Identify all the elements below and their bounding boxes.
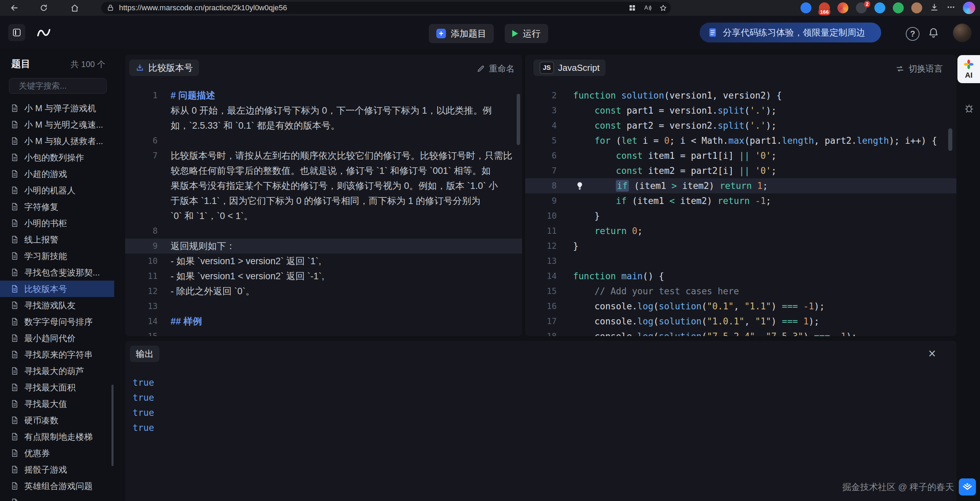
line-number <box>125 103 158 118</box>
sidebar-item[interactable]: 寻找最大面积 <box>0 379 114 396</box>
sidebar-item-label: 寻找最大面积 <box>24 382 76 393</box>
document-icon <box>10 219 19 228</box>
refresh-icon <box>39 3 48 12</box>
line-number: 8 <box>525 178 557 193</box>
sidebar-item[interactable]: 最小趋同代价 <box>0 330 114 346</box>
sidebar-item[interactable]: 寻找原来的字符串 <box>0 346 114 363</box>
notifications-button[interactable] <box>928 27 939 40</box>
search-box[interactable] <box>9 78 107 94</box>
document-icon <box>10 268 19 277</box>
sidebar-item[interactable]: 小 M 与狼人拯救者... <box>0 133 114 149</box>
code-line: 13 <box>525 254 956 269</box>
sidebar-toggle-button[interactable] <box>8 24 25 41</box>
code-line: 2function solution(version1, version2) { <box>525 88 956 103</box>
problem-description-editor[interactable]: 1# 问题描述标从 0 开始，最左边的修订号下标为 0，下一个修订号下标为 1，… <box>125 88 522 336</box>
adblock-extension-icon[interactable]: 166 <box>819 2 830 13</box>
download-button[interactable] <box>930 3 939 13</box>
back-button[interactable] <box>7 0 22 16</box>
line-number: 1 <box>125 88 158 103</box>
sidebar-item[interactable]: 小超的游戏 <box>0 166 114 182</box>
help-button[interactable]: ? <box>906 27 920 41</box>
document-icon <box>10 333 19 343</box>
sidebar-item-label: 比较版本号 <box>24 283 67 295</box>
code-editor[interactable]: 2function solution(version1, version2) {… <box>525 88 956 336</box>
apps-grid-icon[interactable] <box>628 4 636 12</box>
browser-menu-button[interactable] <box>947 3 955 13</box>
privacy-shield-extension-icon[interactable] <box>800 2 811 13</box>
document-icon <box>10 153 19 162</box>
sidebar-item[interactable]: 寻找游戏队友 <box>0 297 114 313</box>
code-text: console.log(solution("1.0.1", "1") === 1… <box>573 314 819 329</box>
home-button[interactable] <box>67 0 82 16</box>
output-tab[interactable]: 输出 <box>130 346 159 362</box>
sidebar-item[interactable]: 小 M 与弹子游戏机 <box>0 100 114 116</box>
copilot-icon[interactable] <box>963 2 975 14</box>
marscode-logo[interactable] <box>35 25 52 41</box>
sidebar-item-label: 英雄组合游戏问题 <box>24 480 93 492</box>
user-avatar[interactable] <box>953 24 972 42</box>
description-scrollbar[interactable] <box>517 94 520 145</box>
line-number: 6 <box>125 133 158 148</box>
line-number: 16 <box>525 299 557 314</box>
sidebar-item[interactable]: 寻找包含斐波那契... <box>0 264 114 281</box>
code-line: 5 for (let i = 0; i < Math.max(part1.len… <box>525 133 956 148</box>
sidebar-item[interactable]: 寻找最大的葫芦 <box>0 363 114 379</box>
misc-extension-icon[interactable] <box>911 2 922 13</box>
sidebar-item-label: 字符修复 <box>24 201 59 212</box>
extension-badge: 2 <box>864 1 870 8</box>
line-number: 18 <box>525 329 557 336</box>
ai-assistant-button[interactable]: AI <box>958 55 980 83</box>
desc-text: 于版本 `1.1`，因为它们下标为 0 的修订号相同，而下标为 1 的修订号分别… <box>171 193 480 208</box>
add-problem-button[interactable]: + 添加题目 <box>429 24 494 43</box>
sidebar-item[interactable]: 学习新技能 <box>0 248 114 264</box>
favorites-star-icon[interactable] <box>659 4 667 12</box>
puzzle-extension-icon[interactable]: 2 <box>856 2 867 13</box>
line-number: 9 <box>525 193 557 208</box>
sidebar-item[interactable]: 小明的机器人 <box>0 182 114 198</box>
sidebar-item[interactable]: 英雄组合游戏问题 <box>0 478 114 494</box>
run-button[interactable]: 运行 <box>505 24 548 43</box>
sidebar-item[interactable]: 比较版本号 <box>0 281 114 297</box>
share-doc-icon <box>707 27 718 38</box>
search-input[interactable] <box>19 81 125 91</box>
sidebar-item[interactable]: 数字字母问号排序 <box>0 313 114 330</box>
line-number: 15 <box>125 329 158 336</box>
sidebar-item-label: 硬币凑数 <box>24 415 59 426</box>
sidebar-item[interactable]: 小明的书柜 <box>0 215 114 231</box>
switch-language-button[interactable]: 切换语言 <box>896 63 943 74</box>
refresh-button[interactable] <box>36 0 51 16</box>
desc-row: 于版本 `1.1`，因为它们下标为 0 的修订号相同，而下标为 1 的修订号分别… <box>125 193 522 208</box>
sidebar-item[interactable] <box>0 494 114 501</box>
code-text: const item2 = part2[i] || '0'; <box>573 163 776 178</box>
sidebar-item[interactable]: 小 M 与光明之魂速... <box>0 116 114 133</box>
desc-row: 14## 样例 <box>125 314 522 329</box>
sidebar-item[interactable]: 硬币凑数 <box>0 412 114 428</box>
document-icon <box>10 399 19 408</box>
debug-button[interactable] <box>964 103 975 115</box>
desc-row: 15 <box>125 329 522 336</box>
sidebar-item[interactable]: 小包的数列操作 <box>0 149 114 166</box>
lightbulb-icon[interactable] <box>575 181 584 190</box>
sidebar-item[interactable]: 摇骰子游戏 <box>0 461 114 478</box>
colorful-extension-icon[interactable] <box>837 2 848 13</box>
document-icon <box>10 169 19 178</box>
line-number: 14 <box>125 314 158 329</box>
sidebar-item[interactable]: 线上报警 <box>0 231 114 248</box>
close-output-button[interactable]: × <box>928 347 936 360</box>
sidebar-item[interactable]: 优惠券 <box>0 445 114 461</box>
sidebar-scrollbar[interactable] <box>111 385 113 466</box>
address-bar[interactable]: https://www.marscode.cn/practice/2k10yl0… <box>101 2 671 14</box>
rename-button[interactable]: 重命名 <box>477 63 515 74</box>
sidebar-item[interactable]: 有点限制地走楼梯 <box>0 428 114 445</box>
desc-row: 如，`2.5.33` 和 `0.1` 都是有效的版本号。 <box>125 118 522 133</box>
drop-extension-icon[interactable] <box>874 2 885 13</box>
code-line: 15 // Add your test cases here <box>525 284 956 299</box>
code-scrollbar[interactable] <box>948 128 952 151</box>
document-icon <box>10 137 19 145</box>
read-aloud-icon[interactable]: A <box>643 3 652 12</box>
sidebar-item[interactable]: 字符修复 <box>0 198 114 215</box>
green-extension-icon[interactable] <box>893 2 904 13</box>
share-promo-banner[interactable]: 分享代码练习体验，领限量定制周边 <box>700 22 881 42</box>
sidebar-item[interactable]: 寻找最大值 <box>0 396 114 412</box>
line-number <box>125 118 158 133</box>
